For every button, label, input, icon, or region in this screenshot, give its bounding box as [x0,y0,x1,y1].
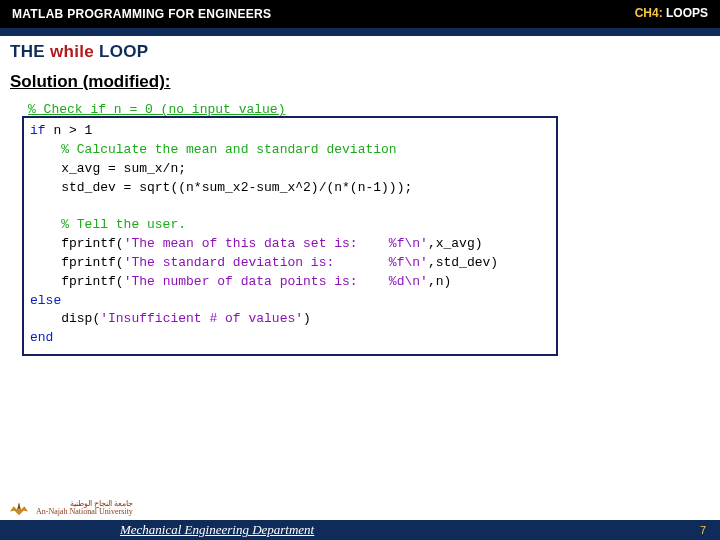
footer-logo-row: جامعة النجاح الوطنية An-Najah National U… [0,496,720,520]
code-box: if n > 1 % Calculate the mean and standa… [22,116,558,356]
page-number: 7 [700,524,706,536]
university-english: An-Najah National University [36,508,133,516]
chapter-title: LOOPS [666,6,708,20]
footer-nav-band: Mechanical Engineering Department 7 [0,520,720,540]
accent-band [0,28,720,36]
chapter-label: CH4: LOOPS [635,6,708,20]
eagle-logo-icon [8,499,30,517]
keyword-while: while [50,42,94,61]
code-comment-top: % Check if n = 0 (no input value) [22,102,704,117]
department-label: Mechanical Engineering Department [120,522,314,538]
footer: جامعة النجاح الوطنية An-Najah National U… [0,496,720,540]
section-title: THE while LOOP [0,36,720,72]
title-bar: MATLAB PROGRAMMING FOR ENGINEERS CH4: LO… [0,0,720,28]
subheading: Solution (modified): [0,72,720,98]
university-name: جامعة النجاح الوطنية An-Najah National U… [36,500,133,516]
course-title: MATLAB PROGRAMMING FOR ENGINEERS [12,7,271,21]
code-area: % Check if n = 0 (no input value) if n >… [22,98,704,356]
chapter-prefix: CH4: [635,6,663,20]
